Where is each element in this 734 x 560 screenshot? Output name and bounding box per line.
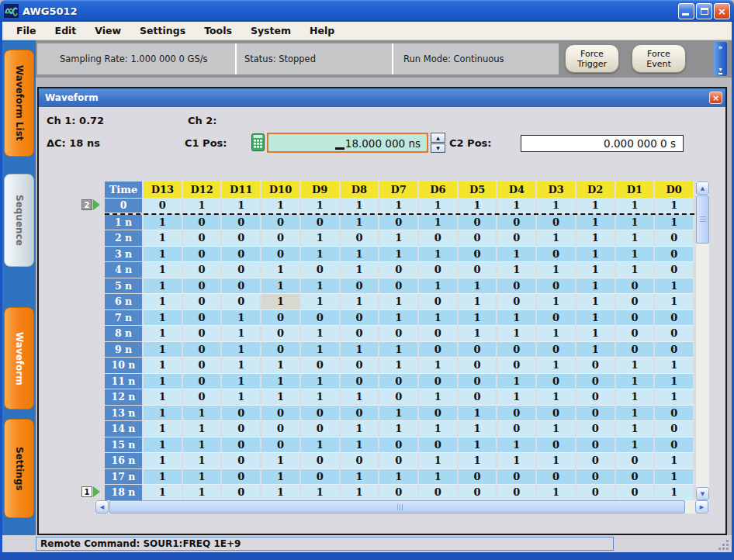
row-time-label[interactable]: 12 n bbox=[105, 389, 144, 406]
c2-position-field[interactable]: 0.000 000 0 s bbox=[521, 135, 684, 152]
bit-cell-d10[interactable]: 1 bbox=[261, 358, 301, 374]
bit-cell-d13[interactable]: 1 bbox=[144, 262, 183, 278]
bit-cell-d6[interactable]: 1 bbox=[419, 247, 459, 263]
menu-item-file[interactable]: File bbox=[7, 22, 46, 40]
row-time-label[interactable]: 13 n bbox=[105, 406, 144, 422]
bit-cell-d13[interactable]: 1 bbox=[144, 294, 183, 310]
bit-cell-d0[interactable]: 0 bbox=[655, 406, 694, 422]
toolbar-overflow-handle[interactable]: » ▾ bbox=[714, 42, 727, 76]
bit-cell-d4[interactable]: 0 bbox=[497, 358, 537, 374]
bit-cell-d3[interactable]: 1 bbox=[537, 389, 576, 406]
bit-cell-d10[interactable]: 1 bbox=[261, 389, 301, 406]
bit-cell-d6[interactable]: 0 bbox=[419, 230, 459, 247]
bit-cell-d8[interactable]: 1 bbox=[341, 485, 380, 501]
bit-cell-d11[interactable]: 1 bbox=[222, 389, 261, 406]
bit-cell-d2[interactable]: 1 bbox=[576, 199, 616, 213]
bit-cell-d6[interactable]: 0 bbox=[419, 342, 459, 358]
bit-cell-d10[interactable]: 0 bbox=[261, 406, 301, 422]
bit-cell-d12[interactable]: 0 bbox=[183, 215, 223, 231]
bit-cell-d9[interactable]: 1 bbox=[301, 342, 341, 358]
bit-cell-d0[interactable]: 1 bbox=[655, 485, 694, 501]
bit-cell-d13[interactable]: 1 bbox=[144, 389, 183, 406]
bit-cell-d1[interactable]: 1 bbox=[616, 215, 656, 231]
waveform-close-button[interactable]: × bbox=[709, 92, 722, 104]
bit-cell-d2[interactable]: 1 bbox=[576, 342, 616, 358]
scroll-up-button[interactable]: ▲ bbox=[696, 181, 709, 195]
cursor2-marker[interactable]: 2 bbox=[81, 199, 100, 210]
force-trigger-button[interactable]: Force Trigger bbox=[565, 44, 619, 73]
bit-cell-d9[interactable]: 1 bbox=[301, 278, 341, 295]
bit-cell-d4[interactable]: 1 bbox=[497, 437, 537, 454]
bit-cell-d10[interactable]: 1 bbox=[261, 469, 301, 486]
bit-cell-d12[interactable]: 0 bbox=[183, 326, 223, 342]
vertical-scrollbar[interactable]: ▲ ▼ bbox=[696, 181, 709, 500]
bit-cell-d13[interactable]: 1 bbox=[144, 485, 183, 501]
bit-cell-d7[interactable]: 1 bbox=[379, 469, 419, 486]
bit-cell-d0[interactable]: 0 bbox=[655, 326, 694, 342]
bit-cell-d2[interactable]: 1 bbox=[576, 215, 616, 231]
row-time-label[interactable]: 11 n bbox=[105, 374, 144, 390]
bit-cell-d0[interactable]: 0 bbox=[655, 247, 694, 263]
bit-cell-d3[interactable]: 0 bbox=[537, 215, 576, 231]
scroll-down-button[interactable]: ▼ bbox=[696, 487, 709, 500]
bit-cell-d6[interactable]: 0 bbox=[419, 485, 459, 501]
row-time-label[interactable]: 5 n bbox=[105, 278, 144, 295]
bit-cell-d3[interactable]: 1 bbox=[537, 358, 576, 374]
bit-cell-d4[interactable]: 0 bbox=[497, 421, 537, 437]
bit-cell-d7[interactable]: 0 bbox=[379, 453, 419, 469]
bit-cell-d2[interactable]: 0 bbox=[576, 421, 616, 437]
cursor1-marker[interactable]: 1 bbox=[81, 486, 100, 497]
bit-cell-d4[interactable]: 1 bbox=[497, 310, 537, 327]
bit-cell-d8[interactable]: 0 bbox=[341, 374, 380, 390]
bit-cell-d2[interactable]: 0 bbox=[576, 437, 616, 454]
bit-cell-d12[interactable]: 0 bbox=[183, 389, 223, 406]
bit-cell-d7[interactable]: 1 bbox=[379, 199, 419, 213]
bit-cell-d13[interactable]: 1 bbox=[144, 406, 183, 422]
bit-cell-d10[interactable]: 0 bbox=[261, 310, 301, 327]
bit-cell-d12[interactable]: 0 bbox=[183, 247, 223, 263]
bit-cell-d7[interactable]: 1 bbox=[379, 406, 419, 422]
bit-cell-d12[interactable]: 0 bbox=[183, 358, 223, 374]
bit-cell-d1[interactable]: 1 bbox=[616, 406, 656, 422]
bit-cell-d12[interactable]: 1 bbox=[183, 469, 223, 486]
bit-cell-d3[interactable]: 0 bbox=[537, 469, 576, 486]
bit-cell-d0[interactable]: 0 bbox=[655, 310, 694, 327]
bit-cell-d13[interactable]: 1 bbox=[144, 358, 183, 374]
bit-cell-d10[interactable]: 0 bbox=[261, 230, 301, 247]
bit-cell-d9[interactable]: 1 bbox=[301, 374, 341, 390]
bit-cell-d13[interactable]: 1 bbox=[144, 469, 183, 486]
bit-cell-d2[interactable]: 0 bbox=[576, 406, 616, 422]
bit-cell-d5[interactable]: 1 bbox=[459, 294, 498, 310]
row-time-label[interactable]: 18 n bbox=[105, 485, 144, 501]
bit-cell-d5[interactable]: 1 bbox=[459, 453, 498, 469]
bit-cell-d10[interactable]: 1 bbox=[261, 374, 301, 390]
bit-cell-d13[interactable]: 1 bbox=[144, 326, 183, 342]
bit-cell-d7[interactable]: 1 bbox=[379, 358, 419, 374]
bit-cell-d5[interactable]: 0 bbox=[459, 389, 498, 406]
bit-cell-d11[interactable]: 0 bbox=[222, 437, 261, 454]
bit-cell-d4[interactable]: 1 bbox=[497, 199, 537, 213]
bit-cell-d12[interactable]: 1 bbox=[183, 421, 223, 437]
bit-cell-d2[interactable]: 0 bbox=[576, 389, 616, 406]
bit-cell-d3[interactable]: 1 bbox=[537, 421, 576, 437]
bit-cell-d11[interactable]: 1 bbox=[222, 342, 261, 358]
bit-cell-d5[interactable]: 1 bbox=[459, 310, 498, 327]
bit-cell-d8[interactable]: 1 bbox=[341, 469, 380, 486]
bit-cell-d9[interactable]: 0 bbox=[301, 358, 341, 374]
bit-cell-d13[interactable]: 1 bbox=[144, 437, 183, 454]
bit-cell-d0[interactable]: 0 bbox=[655, 437, 694, 454]
bit-cell-d11[interactable]: 0 bbox=[222, 485, 261, 501]
bit-cell-d12[interactable]: 0 bbox=[183, 374, 223, 390]
bit-cell-d0[interactable]: 0 bbox=[655, 342, 694, 358]
bit-cell-d3[interactable]: 0 bbox=[537, 437, 576, 454]
bit-cell-d1[interactable]: 0 bbox=[616, 485, 656, 501]
scroll-right-button[interactable]: ▶ bbox=[695, 500, 708, 513]
bit-cell-d6[interactable]: 1 bbox=[419, 421, 459, 437]
bit-cell-d3[interactable]: 0 bbox=[537, 374, 576, 390]
bit-cell-d4[interactable]: 1 bbox=[497, 453, 537, 469]
bit-cell-d6[interactable]: 0 bbox=[419, 326, 459, 342]
row-time-label[interactable]: 9 n bbox=[105, 342, 144, 358]
bit-cell-d0[interactable]: 1 bbox=[655, 389, 694, 406]
bit-cell-d8[interactable]: 0 bbox=[341, 358, 380, 374]
bit-cell-d3[interactable]: 0 bbox=[537, 278, 576, 295]
